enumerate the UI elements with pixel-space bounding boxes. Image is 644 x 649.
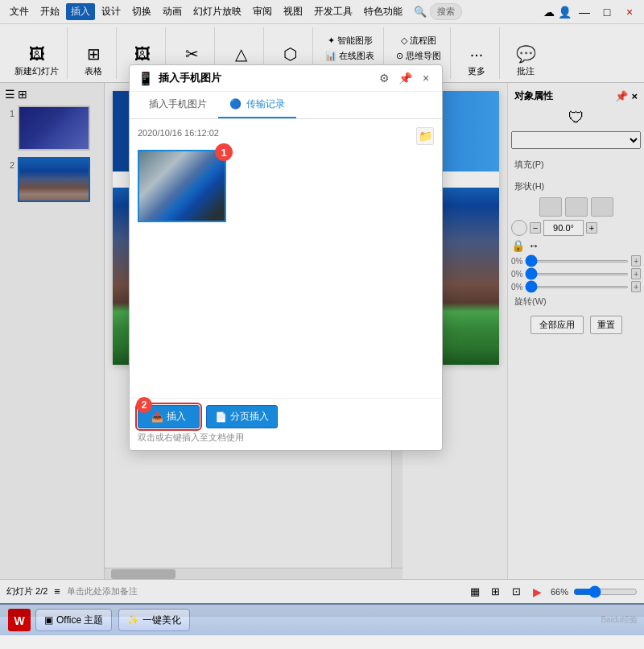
modal-date-row: 2020/10/16 16:12:02 📁 xyxy=(138,127,434,145)
modal-badge: 1 xyxy=(215,143,233,161)
modal-image-thumb[interactable] xyxy=(138,150,226,222)
modal-tabs: 插入手机图片 🔵 传输记录 xyxy=(130,92,442,119)
modal-body: 2020/10/16 16:12:02 📁 1 xyxy=(130,119,442,398)
badge-2: 2 xyxy=(136,397,152,413)
tab-transfer-record[interactable]: 🔵 传输记录 xyxy=(218,92,296,118)
modal-overlay: 📱 插入手机图片 ⚙ 📌 × 插入手机图片 🔵 传输记录 2020/10/16 … xyxy=(0,0,644,617)
modal-hint: 双击或右键插入至文档使用 xyxy=(138,432,434,444)
modal-phone-icon: 📱 xyxy=(138,71,154,86)
modal-date: 2020/10/16 16:12:02 xyxy=(138,128,219,138)
modal-image-container: 1 xyxy=(138,150,226,222)
insert-icon: 📥 xyxy=(151,411,163,423)
modal-header: 📱 插入手机图片 ⚙ 📌 × xyxy=(130,65,442,92)
insert-phone-image-dialog: 📱 插入手机图片 ⚙ 📌 × 插入手机图片 🔵 传输记录 2020/10/16 … xyxy=(129,64,443,451)
modal-footer: 2 📥 插入 📄 分页插入 双击或右键插入至文档使用 xyxy=(130,398,442,450)
open-folder-button[interactable]: 📁 xyxy=(416,127,434,145)
transfer-icon: 🔵 xyxy=(229,98,242,110)
modal-image-area: 1 xyxy=(138,150,434,222)
insert-split-button[interactable]: 📄 分页插入 xyxy=(206,405,278,428)
tab-transfer-label: 传输记录 xyxy=(246,98,285,110)
insert-split-icon: 📄 xyxy=(215,411,227,423)
insert-split-label: 分页插入 xyxy=(230,410,269,424)
insert-btn-label: 插入 xyxy=(167,410,186,424)
tab-insert-phone[interactable]: 插入手机图片 xyxy=(138,92,218,118)
modal-image-preview xyxy=(139,151,225,221)
modal-title: 插入手机图片 xyxy=(159,71,371,85)
modal-pin-icon[interactable]: 📌 xyxy=(397,70,413,86)
modal-close-icon[interactable]: × xyxy=(418,70,434,86)
modal-settings-icon[interactable]: ⚙ xyxy=(376,70,392,86)
modal-btn-row: 2 📥 插入 📄 分页插入 xyxy=(138,405,434,428)
